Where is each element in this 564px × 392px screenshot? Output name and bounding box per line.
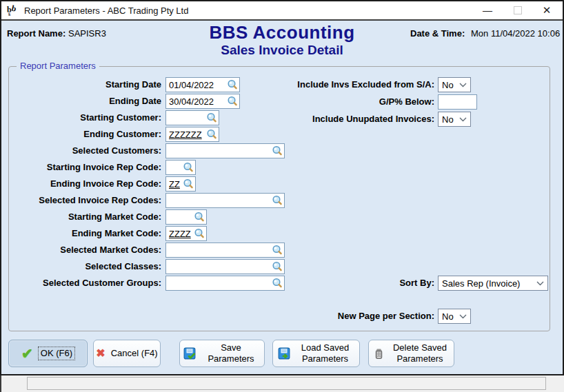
search-icon[interactable] — [272, 245, 283, 256]
search-icon[interactable] — [227, 96, 238, 107]
include-unupdated-dropdown[interactable]: No — [438, 112, 471, 127]
new-page-per-section-dropdown[interactable]: No — [438, 309, 471, 324]
ending-invoice-rep-code-input[interactable]: ZZ — [165, 176, 196, 192]
maximize-icon — [514, 6, 522, 14]
starting-invoice-rep-code-input[interactable] — [165, 160, 196, 175]
selected-classes-label: Selected Classes: — [11, 259, 161, 274]
include-excluded-sa-label: Include Invs Excluded from S/A: — [243, 77, 434, 92]
sort-by-value: Sales Rep (Invoice) — [442, 278, 520, 289]
search-icon[interactable] — [183, 162, 194, 173]
ending-market-code-label: Ending Market Code: — [11, 226, 161, 241]
app-icon: b b s — [6, 4, 19, 17]
selected-market-codes-input[interactable] — [165, 243, 285, 258]
search-icon[interactable] — [194, 228, 205, 239]
selected-invoice-rep-codes-input[interactable] — [165, 193, 285, 208]
gp-below-input[interactable] — [438, 94, 477, 110]
include-excluded-sa-dropdown[interactable]: No — [438, 77, 471, 92]
search-icon[interactable] — [272, 145, 283, 156]
search-icon[interactable] — [272, 195, 283, 206]
report-title: Sales Invoice Detail — [1, 43, 563, 58]
include-excluded-sa-value: No — [442, 80, 454, 90]
load-saved-parameters-label: Load Saved Parameters — [296, 342, 355, 364]
ending-customer-label: Ending Customer: — [11, 127, 161, 142]
search-icon[interactable] — [227, 79, 238, 90]
background-status-box — [27, 377, 546, 390]
selected-market-codes-label: Selected Market Codes: — [11, 243, 161, 258]
svg-text:s: s — [8, 11, 10, 17]
cancel-button[interactable]: ✖ Cancel (F4) — [93, 340, 161, 367]
ending-market-code-value: ZZZZ — [169, 229, 191, 239]
ending-date-input[interactable]: 30/04/2022 — [165, 94, 240, 109]
starting-customer-label: Starting Customer: — [11, 110, 161, 125]
save-parameters-button[interactable]: Save Parameters — [179, 340, 265, 367]
starting-invoice-rep-code-label: Starting Invoice Rep Code: — [11, 160, 161, 175]
gp-below-label: G/P% Below: — [243, 94, 434, 110]
ending-customer-input[interactable]: ZZZZZZ — [165, 127, 219, 142]
search-icon[interactable] — [194, 212, 205, 223]
starting-date-input[interactable]: 01/04/2022 — [165, 77, 240, 92]
search-icon[interactable] — [206, 112, 217, 123]
ending-market-code-input[interactable]: ZZZZ — [165, 226, 207, 241]
selected-customers-input[interactable] — [165, 143, 285, 158]
datetime-value: Mon 11/04/2022 10:06 — [471, 28, 560, 39]
ok-button-label: OK (F6) — [39, 347, 74, 360]
report-parameters-dialog: b b s Report Parameters - ABC Trading Pt… — [0, 0, 564, 375]
starting-date-value: 01/04/2022 — [169, 80, 214, 90]
delete-saved-parameters-button[interactable]: Delete Saved Parameters — [368, 340, 454, 367]
new-page-per-section-label: New Page per Section: — [243, 309, 434, 324]
background-status-strip — [0, 375, 564, 392]
delete-bin-icon — [373, 348, 385, 360]
datetime-label: Date & Time: — [410, 28, 465, 39]
delete-saved-parameters-label: Delete Saved Parameters — [390, 342, 450, 364]
starting-market-code-label: Starting Market Code: — [11, 209, 161, 225]
search-icon[interactable] — [183, 178, 194, 189]
starting-market-code-input[interactable] — [165, 209, 207, 225]
include-unupdated-value: No — [442, 114, 454, 125]
chevron-down-icon — [459, 117, 467, 122]
save-parameters-label: Save Parameters — [201, 342, 261, 364]
selected-customer-groups-label: Selected Customer Groups: — [11, 276, 161, 291]
window-title: Report Parameters - ABC Trading Pty Ltd — [24, 6, 188, 16]
include-unupdated-label: Include Unupdated Invoices: — [243, 112, 434, 127]
maximize-button — [506, 1, 530, 19]
cancel-button-label: Cancel (F4) — [111, 348, 158, 359]
starting-date-label: Starting Date — [11, 77, 161, 92]
search-icon[interactable] — [206, 129, 217, 140]
chevron-down-icon — [459, 314, 467, 319]
search-icon[interactable] — [272, 261, 283, 272]
load-saved-parameters-button[interactable]: Load Saved Parameters — [272, 340, 360, 367]
save-disk-check-icon — [183, 347, 196, 360]
cancel-x-icon: ✖ — [96, 348, 105, 359]
close-button[interactable]: ✕ — [535, 1, 558, 19]
check-icon: ✔ — [21, 347, 33, 360]
ending-invoice-rep-code-value: ZZ — [169, 179, 180, 189]
ending-date-value: 30/04/2022 — [169, 96, 214, 107]
starting-customer-input[interactable] — [165, 110, 219, 125]
sort-by-label: Sort By: — [243, 276, 434, 291]
new-page-per-section-value: No — [442, 311, 454, 322]
sort-by-dropdown[interactable]: Sales Rep (Invoice) — [438, 276, 548, 291]
minimize-button[interactable]: — — [476, 1, 499, 19]
selected-invoice-rep-codes-label: Selected Invoice Rep Codes: — [11, 193, 161, 208]
selected-customers-label: Selected Customers: — [11, 143, 161, 158]
groupbox-legend: Report Parameters — [17, 61, 99, 71]
ok-button[interactable]: ✔ OK (F6) — [8, 340, 88, 367]
chevron-down-icon — [459, 83, 467, 87]
chevron-down-icon — [536, 281, 544, 286]
ending-invoice-rep-code-label: Ending Invoice Rep Code: — [11, 176, 161, 192]
load-disk-arrow-icon — [278, 347, 290, 360]
titlebar: b b s Report Parameters - ABC Trading Pt… — [1, 1, 563, 21]
svg-text:b: b — [10, 4, 17, 14]
ending-date-label: Ending Date — [11, 94, 161, 109]
selected-classes-input[interactable] — [165, 259, 285, 274]
ending-customer-value: ZZZZZZ — [169, 130, 202, 140]
